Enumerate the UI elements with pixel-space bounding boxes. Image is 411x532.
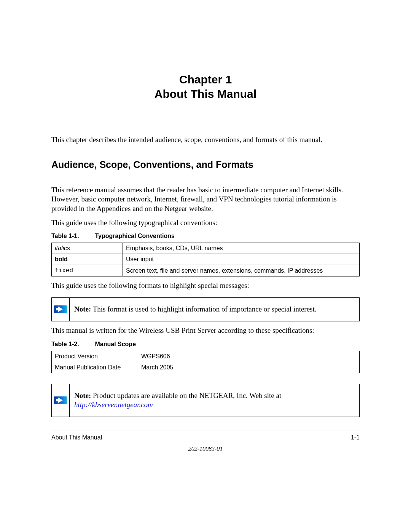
note-box: Note: This format is used to highlight i… [51, 297, 360, 321]
table-row: bold User input [52, 254, 360, 265]
val-cell: March 2005 [138, 362, 360, 373]
table-caption: Table 1-1. Typographical Conventions [51, 233, 360, 240]
page-footer: About This Manual 1-1 [51, 430, 360, 441]
footer-left: About This Manual [51, 434, 102, 441]
desc-cell: User input [123, 254, 360, 265]
body-paragraph: This guide uses the following typographi… [51, 218, 360, 228]
note-text: Note: This format is used to highlight i… [70, 298, 359, 321]
note-link[interactable]: http://kbserver.netgear.com [74, 401, 153, 409]
body-paragraph: This guide uses the following formats to… [51, 281, 360, 291]
note-text: Note: Product updates are available on t… [70, 384, 359, 417]
desc-cell: Screen text, file and server names, exte… [123, 265, 360, 276]
table-row: Product Version WGPS606 [52, 351, 360, 362]
note-box: Note: Product updates are available on t… [51, 384, 360, 417]
chapter-name: About This Manual [51, 87, 360, 101]
note-body: This format is used to highlight informa… [91, 305, 316, 313]
table-caption-title: Typographical Conventions [95, 233, 175, 239]
val-cell: WGPS606 [138, 351, 360, 362]
table-row: Manual Publication Date March 2005 [52, 362, 360, 373]
desc-cell: Emphasis, books, CDs, URL names [123, 243, 360, 254]
table-caption-label: Table 1-1. [51, 233, 93, 240]
arrow-right-icon [54, 305, 67, 314]
table-caption: Table 1-2. Manual Scope [51, 341, 360, 348]
table-row: italics Emphasis, books, CDs, URL names [52, 243, 360, 254]
body-paragraph: This manual is written for the Wireless … [51, 326, 360, 335]
body-paragraph: This reference manual assumes that the r… [51, 185, 360, 214]
manual-scope-table: Product Version WGPS606 Manual Publicati… [51, 351, 360, 373]
term-cell: bold [55, 256, 68, 262]
intro-paragraph: This chapter describes the intended audi… [51, 135, 360, 145]
table-caption-label: Table 1-2. [51, 341, 93, 348]
term-cell: italics [55, 245, 70, 251]
key-cell: Product Version [52, 351, 138, 362]
table-caption-title: Manual Scope [95, 341, 136, 347]
chapter-number: Chapter 1 [51, 72, 360, 87]
key-cell: Manual Publication Date [52, 362, 138, 373]
note-icon-cell [52, 384, 70, 417]
typographical-conventions-table: italics Emphasis, books, CDs, URL names … [51, 243, 360, 276]
note-body: Product updates are available on the NET… [91, 391, 281, 399]
footer-right: 1-1 [351, 434, 360, 441]
note-label: Note: [74, 391, 91, 399]
section-heading: Audience, Scope, Conventions, and Format… [51, 159, 360, 170]
term-cell: fixed [55, 267, 73, 274]
document-number: 202-10083-01 [51, 446, 360, 452]
note-icon-cell [52, 298, 70, 321]
note-label: Note: [74, 305, 91, 313]
arrow-right-icon [54, 396, 67, 405]
table-row: fixed Screen text, file and server names… [52, 265, 360, 276]
chapter-title: Chapter 1 About This Manual [51, 72, 360, 101]
